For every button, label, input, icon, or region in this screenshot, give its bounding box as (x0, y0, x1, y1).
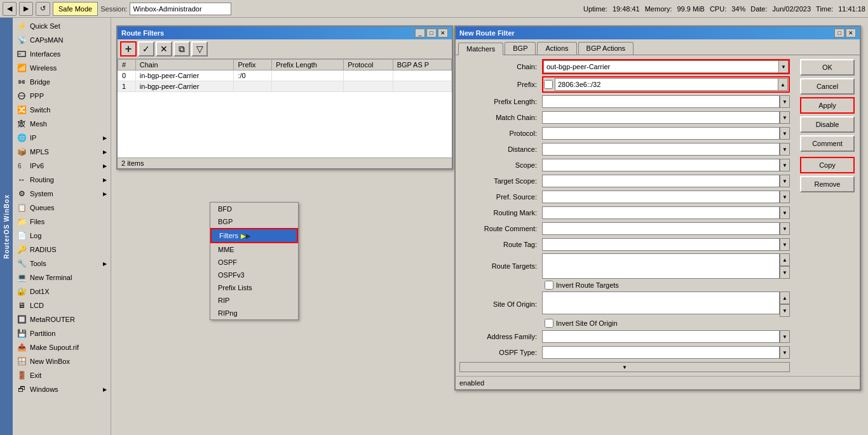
scroll-down-button[interactable]: ▼ (459, 362, 790, 372)
sidebar-item-interfaces[interactable]: Interfaces (13, 47, 111, 61)
table-row[interactable]: 0 in-bgp-peer-Carrier :/0 (118, 70, 452, 81)
route-targets-select[interactable] (542, 253, 780, 279)
address-family-select[interactable] (542, 330, 780, 343)
ok-button[interactable]: OK (800, 59, 855, 76)
sidebar-item-queues[interactable]: 📋 Queues (13, 201, 111, 215)
match-chain-select[interactable] (542, 111, 780, 124)
dialog-maximize-button[interactable]: □ (834, 29, 844, 37)
sidebar-item-wireless[interactable]: 📶 Wireless (13, 61, 111, 75)
forward-button[interactable]: ▶ (19, 2, 33, 16)
tab-bgp-actions[interactable]: BGP Actions (578, 42, 634, 55)
sidebar-item-ip[interactable]: 🌐 IP ▶ (13, 131, 111, 145)
target-scope-select[interactable] (542, 175, 780, 187)
route-tag-select[interactable] (542, 238, 780, 251)
prefix-up-button[interactable]: ▲ (778, 78, 788, 91)
routing-mark-select[interactable] (542, 206, 780, 219)
submenu-item-prefix-lists[interactable]: Prefix Lists (210, 281, 298, 294)
sidebar-item-metarouter[interactable]: 🔲 MetaROUTER (13, 312, 111, 326)
copy-toolbar-button[interactable]: ⧉ (173, 41, 190, 57)
sidebar-item-dot1x[interactable]: 🔐 Dot1X (13, 284, 111, 298)
invert-route-targets-checkbox[interactable] (545, 281, 553, 290)
sidebar-item-quick-set[interactable]: ⚡ Quick Set (13, 19, 111, 33)
maximize-button[interactable]: □ (426, 29, 437, 37)
sidebar-item-system[interactable]: ⚙ System ▶ (13, 187, 111, 201)
submenu-item-bgp[interactable]: BGP (210, 215, 298, 228)
close-button[interactable]: ✕ (438, 29, 448, 37)
tab-actions[interactable]: Actions (537, 42, 576, 55)
cancel-button[interactable]: Cancel (800, 78, 855, 95)
scope-select[interactable] (542, 159, 780, 171)
remove-button[interactable]: Remove (800, 176, 855, 192)
target-scope-dropdown[interactable]: ▼ (780, 175, 790, 187)
sidebar-item-capsman[interactable]: 📡 CAPsMAN (13, 33, 111, 47)
sidebar-item-bridge[interactable]: Bridge (13, 75, 111, 89)
safemode-button[interactable]: Safe Mode (53, 2, 98, 16)
route-comment-select[interactable] (542, 222, 780, 235)
chain-dropdown-button[interactable]: ▼ (778, 60, 789, 73)
submenu-item-ripng[interactable]: RIPng (210, 307, 298, 319)
dialog-close-button[interactable]: ✕ (846, 29, 856, 37)
sidebar-item-radius[interactable]: 🔑 RADIUS (13, 243, 111, 257)
sidebar-item-make-supout[interactable]: 📤 Make Supout.rif (13, 340, 111, 354)
sidebar-item-lcd[interactable]: 🖥 LCD (13, 298, 111, 312)
ospf-type-select[interactable] (542, 346, 780, 359)
site-of-origin-down-button[interactable]: ▼ (780, 304, 790, 317)
sidebar-item-new-winbox[interactable]: 🪟 New WinBox (13, 354, 111, 368)
route-targets-down-button[interactable]: ▼ (780, 266, 790, 279)
submenu-item-ospf[interactable]: OSPF (210, 256, 298, 269)
sidebar-item-log[interactable]: 📄 Log (13, 229, 111, 243)
submenu-item-bfd[interactable]: BFD (210, 203, 298, 215)
copy-button[interactable]: Copy (800, 157, 855, 173)
sidebar-item-ipv6[interactable]: 6 IPv6 ▶ (13, 159, 111, 173)
route-comment-dropdown[interactable]: ▼ (780, 222, 790, 235)
sidebar-item-mpls[interactable]: 📦 MPLS ▶ (13, 145, 111, 159)
distance-select[interactable] (542, 143, 780, 156)
invert-site-of-origin-checkbox[interactable] (545, 319, 553, 328)
sidebar-item-new-terminal[interactable]: 💻 New Terminal (13, 271, 111, 284)
check-button[interactable]: ✓ (138, 41, 154, 57)
match-chain-dropdown[interactable]: ▼ (780, 111, 790, 124)
delete-button[interactable]: ✕ (156, 41, 172, 57)
sidebar-item-partition[interactable]: 💾 Partition (13, 326, 111, 340)
scope-dropdown[interactable]: ▼ (780, 159, 790, 171)
pref-source-select[interactable] (542, 191, 780, 203)
submenu-item-filters[interactable]: Filters ▶ (210, 228, 298, 243)
prefix-length-select[interactable] (542, 95, 780, 108)
prefix-checkbox[interactable] (544, 80, 553, 89)
apply-button[interactable]: Apply (800, 97, 855, 114)
submenu-item-ospfv3[interactable]: OSPFv3 (210, 269, 298, 281)
routing-mark-dropdown[interactable]: ▼ (780, 206, 790, 219)
table-row[interactable]: 1 in-bgp-peer-Carrier (118, 81, 452, 92)
comment-button[interactable]: Comment (800, 135, 855, 152)
site-of-origin-up-button[interactable]: ▲ (780, 291, 790, 304)
sidebar-item-exit[interactable]: 🚪 Exit (13, 368, 111, 382)
protocol-select[interactable] (542, 127, 780, 140)
sidebar-item-mesh[interactable]: 🕸 Mesh (13, 117, 111, 131)
sidebar-item-files[interactable]: 📁 Files (13, 215, 111, 229)
tab-matchers[interactable]: Matchers (458, 43, 503, 55)
sidebar-item-switch[interactable]: 🔀 Switch (13, 103, 111, 117)
add-filter-button[interactable]: + (120, 41, 137, 57)
route-tag-dropdown[interactable]: ▼ (780, 238, 790, 251)
filter-button[interactable]: ▽ (191, 41, 208, 57)
minimize-button[interactable]: _ (415, 29, 425, 37)
prefix-input[interactable] (555, 78, 778, 91)
prefix-length-dropdown[interactable]: ▼ (780, 95, 790, 108)
route-targets-up-button[interactable]: ▲ (780, 253, 790, 266)
site-of-origin-select[interactable] (542, 291, 780, 314)
protocol-dropdown[interactable]: ▼ (780, 127, 790, 140)
session-input[interactable] (130, 3, 231, 15)
sidebar-item-ppp[interactable]: PPP (13, 89, 111, 103)
back-button[interactable]: ◀ (3, 2, 17, 16)
sidebar-item-tools[interactable]: 🔧 Tools ▶ (13, 257, 111, 271)
chain-input[interactable] (543, 60, 778, 73)
refresh-button[interactable]: ↺ (36, 2, 50, 16)
sidebar-item-routing[interactable]: ↔ Routing ▶ (13, 173, 111, 187)
address-family-dropdown[interactable]: ▼ (780, 330, 790, 343)
submenu-item-rip[interactable]: RIP (210, 294, 298, 307)
submenu-item-mme[interactable]: MME (210, 243, 298, 256)
distance-dropdown[interactable]: ▼ (780, 143, 790, 156)
sidebar-item-windows[interactable]: 🗗 Windows ▶ (13, 382, 111, 396)
ospf-type-dropdown[interactable]: ▼ (780, 346, 790, 359)
tab-bgp[interactable]: BGP (505, 42, 536, 55)
